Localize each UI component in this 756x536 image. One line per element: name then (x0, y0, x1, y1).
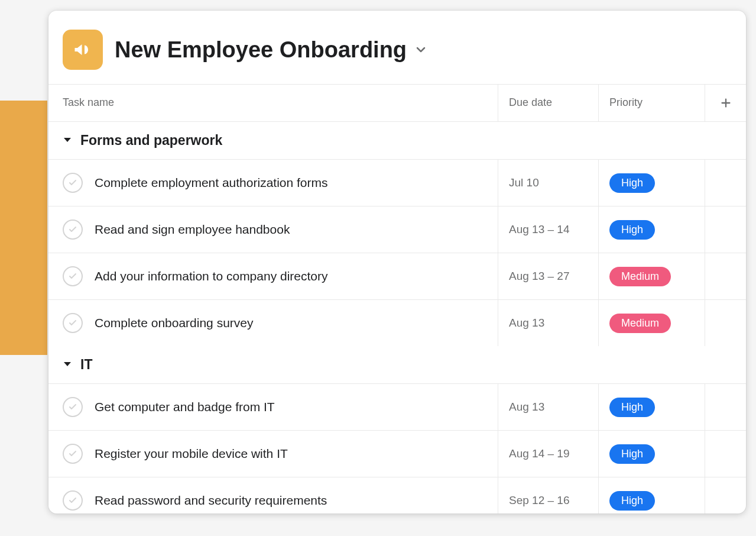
sections-container: Forms and paperwork Complete employment … (48, 122, 746, 514)
priority-pill: High (609, 220, 655, 240)
column-header-due[interactable]: Due date (498, 85, 598, 121)
section-header[interactable]: Forms and paperwork (48, 122, 746, 159)
task-due-date[interactable]: Aug 13 (498, 300, 598, 346)
task-priority[interactable]: High (598, 477, 705, 514)
section-title: IT (80, 357, 92, 373)
task-main: Read password and security requirements (48, 477, 498, 514)
task-main: Get computer and badge from IT (48, 384, 498, 430)
priority-pill: High (609, 173, 655, 193)
project-card: New Employee Onboarding Task name Due da… (48, 11, 746, 514)
task-priority[interactable]: High (598, 206, 705, 253)
task-extra-cell (705, 431, 746, 477)
task-main: Complete employment authorization forms (48, 160, 498, 206)
task-name: Read password and security requirements (95, 493, 327, 508)
priority-pill: High (609, 491, 655, 511)
task-due-date[interactable]: Jul 10 (498, 160, 598, 206)
task-main: Add your information to company director… (48, 253, 498, 299)
task-row[interactable]: Complete onboarding survey Aug 13 Medium (48, 299, 746, 346)
project-header: New Employee Onboarding (48, 11, 746, 84)
section-title: Forms and paperwork (80, 133, 222, 148)
task-name: Complete employment authorization forms (95, 176, 328, 190)
priority-pill: Medium (609, 314, 671, 333)
task-complete-checkbox[interactable] (63, 444, 83, 464)
project-title-dropdown[interactable] (414, 43, 428, 57)
check-icon (68, 402, 77, 412)
task-extra-cell (705, 384, 746, 430)
task-extra-cell (705, 300, 746, 346)
columns-header: Task name Due date Priority (48, 84, 746, 122)
task-name: Read and sign employee handbook (95, 222, 290, 237)
priority-pill: High (609, 398, 655, 417)
column-header-task[interactable]: Task name (48, 85, 498, 121)
task-extra-cell (705, 206, 746, 253)
add-column-button[interactable] (705, 85, 746, 121)
task-complete-checkbox[interactable] (63, 266, 83, 286)
task-extra-cell (705, 160, 746, 206)
task-name: Register your mobile device with IT (95, 447, 288, 461)
task-priority[interactable]: Medium (598, 300, 705, 346)
task-extra-cell (705, 253, 746, 299)
plus-icon (719, 96, 732, 109)
section-header[interactable]: IT (48, 346, 746, 383)
task-row[interactable]: Read password and security requirements … (48, 477, 746, 514)
check-icon (68, 178, 77, 188)
task-priority[interactable]: High (598, 431, 705, 477)
task-extra-cell (705, 477, 746, 514)
priority-pill: High (609, 444, 655, 464)
check-icon (68, 272, 77, 281)
task-row[interactable]: Complete employment authorization forms … (48, 159, 746, 206)
caret-down-icon (63, 135, 72, 144)
task-complete-checkbox[interactable] (63, 219, 83, 240)
priority-pill: Medium (609, 267, 671, 286)
task-row[interactable]: Read and sign employee handbook Aug 13 –… (48, 206, 746, 253)
check-icon (68, 225, 77, 234)
task-due-date[interactable]: Aug 13 – 14 (498, 206, 598, 253)
task-name: Get computer and badge from IT (95, 400, 275, 414)
check-icon (68, 449, 77, 458)
task-complete-checkbox[interactable] (63, 490, 83, 511)
task-due-date[interactable]: Aug 13 – 27 (498, 253, 598, 299)
column-header-priority[interactable]: Priority (598, 85, 705, 121)
task-main: Complete onboarding survey (48, 300, 498, 346)
check-icon (68, 496, 77, 505)
task-row[interactable]: Get computer and badge from IT Aug 13 Hi… (48, 383, 746, 430)
task-row[interactable]: Add your information to company director… (48, 253, 746, 299)
task-priority[interactable]: High (598, 384, 705, 430)
task-row[interactable]: Register your mobile device with IT Aug … (48, 430, 746, 477)
megaphone-icon (72, 39, 93, 60)
task-main: Read and sign employee handbook (48, 206, 498, 253)
background-decoration (0, 101, 47, 355)
task-due-date[interactable]: Aug 14 – 19 (498, 431, 598, 477)
task-main: Register your mobile device with IT (48, 431, 498, 477)
task-priority[interactable]: High (598, 160, 705, 206)
check-icon (68, 318, 77, 328)
caret-down-icon (63, 359, 72, 369)
section-collapse-toggle[interactable] (63, 359, 72, 371)
task-complete-checkbox[interactable] (63, 397, 83, 417)
section-collapse-toggle[interactable] (63, 135, 72, 147)
task-complete-checkbox[interactable] (63, 313, 83, 333)
task-priority[interactable]: Medium (598, 253, 705, 299)
task-due-date[interactable]: Sep 12 – 16 (498, 477, 598, 514)
project-title[interactable]: New Employee Onboarding (115, 37, 407, 63)
task-name: Complete onboarding survey (95, 316, 254, 330)
task-complete-checkbox[interactable] (63, 173, 83, 193)
task-name: Add your information to company director… (95, 269, 328, 283)
chevron-down-icon (414, 43, 428, 57)
task-due-date[interactable]: Aug 13 (498, 384, 598, 430)
project-icon-megaphone[interactable] (63, 30, 103, 70)
